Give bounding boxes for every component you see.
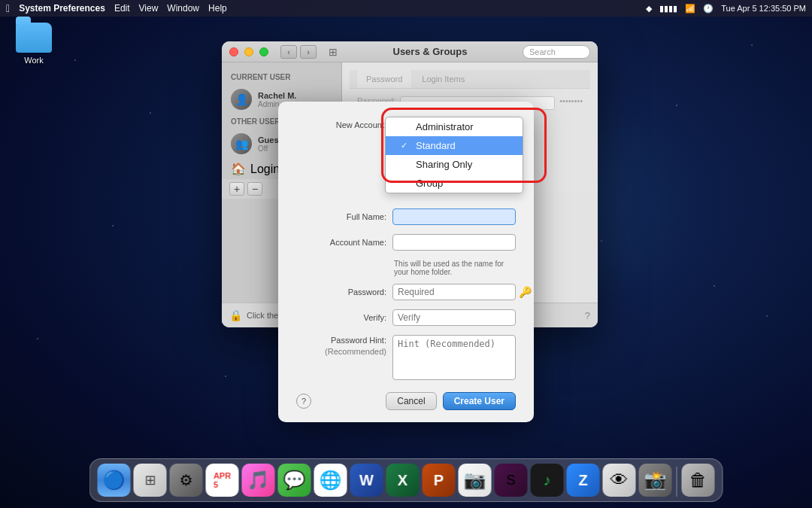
new-account-field: New Account: Standard ▾ Administrator ✓	[296, 117, 516, 133]
help-button[interactable]: ?	[296, 394, 311, 409]
password-label: Password:	[296, 287, 386, 297]
hint-input[interactable]	[392, 335, 516, 380]
dropdown-item-group[interactable]: Group	[386, 174, 523, 193]
key-icon: 🔑	[519, 286, 532, 298]
new-account-label: New Account:	[296, 120, 386, 129]
create-user-modal: New Account: Standard ▾ Administrator ✓	[278, 102, 534, 422]
hint-sublabel: (Recommended)	[296, 346, 386, 357]
modal-footer: ? Cancel Create User	[296, 392, 516, 410]
account-name-label: Account Name:	[296, 238, 386, 247]
account-type-dropdown-wrapper: Standard ▾ Administrator ✓ Standard	[392, 117, 516, 133]
check-icon-standard: ✓	[401, 141, 411, 151]
cancel-button[interactable]: Cancel	[386, 392, 436, 410]
modal-overlay: New Account: Standard ▾ Administrator ✓	[0, 0, 812, 508]
account-name-input[interactable]	[392, 234, 516, 251]
dropdown-item-standard[interactable]: ✓ Standard	[386, 136, 523, 155]
hint-field: Password Hint: (Recommended)	[296, 335, 516, 380]
full-name-input[interactable]	[392, 208, 516, 225]
dropdown-label-administrator: Administrator	[416, 121, 474, 132]
account-name-field: Account Name:	[296, 234, 516, 251]
verify-field: Verify:	[296, 309, 516, 326]
desktop:  System Preferences Edit View Window He…	[0, 0, 812, 508]
password-input-wrapper: 🔑	[392, 284, 532, 300]
full-name-label: Full Name:	[296, 212, 386, 221]
full-name-field: Full Name:	[296, 208, 516, 225]
dropdown-item-administrator[interactable]: Administrator	[386, 117, 523, 136]
modal-action-buttons: Cancel Create User	[386, 392, 516, 410]
hint-label: Password Hint:	[296, 335, 386, 346]
create-user-button[interactable]: Create User	[443, 392, 516, 410]
dropdown-item-sharing-only[interactable]: Sharing Only	[386, 155, 523, 174]
verify-input[interactable]	[392, 309, 516, 326]
dropdown-label-sharing-only: Sharing Only	[416, 159, 472, 170]
dropdown-label-standard: Standard	[416, 140, 456, 151]
password-input[interactable]	[392, 284, 516, 300]
dropdown-label-group: Group	[416, 178, 443, 189]
account-type-menu: Administrator ✓ Standard Sharing Only	[385, 117, 523, 193]
verify-label: Verify:	[296, 313, 386, 322]
password-field: Password: 🔑	[296, 284, 516, 300]
account-name-hint: This will be used as the name for your h…	[394, 260, 516, 276]
